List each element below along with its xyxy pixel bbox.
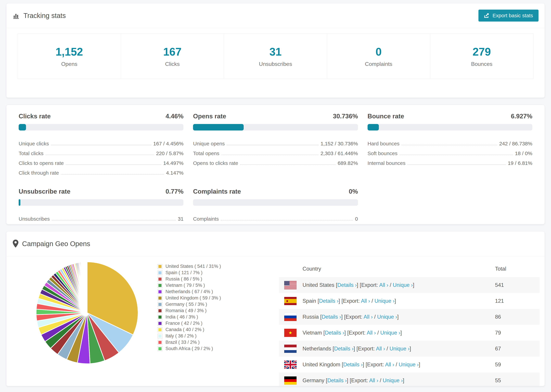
summary-stat-label: Unsubscribes bbox=[259, 61, 292, 67]
legend-item-south-africa[interactable]: South Africa ( 29 / 2% ) bbox=[158, 345, 221, 352]
country-cell: Spain [Details ›] [Export: All › / Uniqu… bbox=[303, 298, 495, 304]
export-unique-link[interactable]: Unique › bbox=[389, 346, 410, 352]
rate-stat-row: Opens to clicks rate689.82% bbox=[193, 160, 358, 166]
legend-item-united-states[interactable]: United States ( 541 / 31% ) bbox=[158, 263, 221, 270]
progress-bar-fill bbox=[19, 199, 20, 206]
legend-swatch bbox=[158, 334, 162, 338]
table-row-gb: United Kingdom [Details ›] [Export: All … bbox=[279, 357, 540, 372]
summary-stat-box: 0Complaints bbox=[327, 34, 430, 79]
legend-item-vietnam[interactable]: Vietnam ( 79 / 5% ) bbox=[158, 282, 221, 288]
summary-stat-box: 167Clicks bbox=[121, 34, 224, 79]
rate-stat-value: 4.147% bbox=[166, 170, 184, 176]
legend-item-india[interactable]: India ( 46 / 3% ) bbox=[158, 314, 221, 320]
details-link[interactable]: Details › bbox=[334, 346, 353, 352]
summary-stat-value: 31 bbox=[269, 45, 282, 58]
bar-chart-icon bbox=[13, 12, 20, 19]
dotted-leader bbox=[61, 174, 164, 175]
dotted-leader bbox=[66, 164, 161, 165]
flag-icon-de bbox=[284, 377, 297, 385]
legend-item-russia[interactable]: Russia ( 86 / 5% ) bbox=[158, 276, 221, 282]
export-all-link[interactable]: All › bbox=[364, 314, 373, 320]
rate-stat-value: 18 / 0% bbox=[515, 150, 532, 156]
legend-swatch bbox=[158, 289, 162, 294]
tracking-stats-header: Tracking stats Export basic stats bbox=[6, 3, 545, 28]
export-unique-link[interactable]: Unique › bbox=[399, 362, 419, 368]
rate-value: 0% bbox=[349, 188, 358, 195]
details-link[interactable]: Details › bbox=[327, 378, 347, 384]
progress-bar bbox=[19, 124, 184, 131]
dotted-leader bbox=[227, 145, 318, 145]
rate-stat-value: 1,152 / 30.736% bbox=[320, 140, 358, 147]
export-all-link[interactable]: All › bbox=[385, 362, 394, 368]
export-unique-link[interactable]: Unique › bbox=[393, 282, 413, 288]
details-link[interactable]: Details › bbox=[322, 314, 341, 320]
rate-stat-label: Click through rate bbox=[19, 170, 59, 176]
dotted-leader bbox=[407, 164, 506, 165]
pie-slice-other[interactable] bbox=[87, 262, 87, 313]
legend-item-france[interactable]: France ( 42 / 2% ) bbox=[158, 320, 221, 327]
legend-label: Italy ( 36 / 2% ) bbox=[165, 333, 197, 339]
export-all-link[interactable]: All › bbox=[367, 330, 376, 336]
legend-swatch bbox=[158, 296, 162, 301]
legend-label: France ( 42 / 2% ) bbox=[165, 321, 202, 326]
details-link[interactable]: Details › bbox=[337, 282, 357, 288]
rate-value: 30.736% bbox=[333, 113, 358, 120]
table-row-us: United States [Details ›] [Export: All ›… bbox=[279, 277, 540, 293]
legend-item-canada[interactable]: Canada ( 40 / 2% ) bbox=[158, 327, 221, 333]
legend-swatch bbox=[158, 346, 162, 351]
details-link[interactable]: Details › bbox=[319, 298, 339, 304]
legend-swatch bbox=[158, 340, 162, 345]
export-all-link[interactable]: All › bbox=[361, 298, 370, 304]
legend-swatch bbox=[158, 321, 162, 326]
legend-item-netherlands[interactable]: Netherlands ( 67 / 4% ) bbox=[158, 288, 221, 295]
legend-item-germany[interactable]: Germany ( 55 / 3% ) bbox=[158, 301, 221, 308]
rate-stat-row: Unique opens1,152 / 30.736% bbox=[193, 140, 358, 147]
export-unique-link[interactable]: Unique › bbox=[374, 298, 395, 304]
export-button-label: Export basic stats bbox=[493, 13, 533, 19]
legend-label: Romania ( 49 / 3% ) bbox=[165, 308, 206, 313]
legend-item-spain[interactable]: Spain ( 121 / 7% ) bbox=[158, 270, 221, 276]
progress-bar bbox=[193, 199, 358, 206]
rates-row-1: Clicks rate4.46%Unique clicks167 / 4.456… bbox=[19, 113, 532, 179]
export-unique-link[interactable]: Unique › bbox=[377, 314, 397, 320]
legend-swatch bbox=[158, 277, 162, 281]
export-unique-link[interactable]: Unique › bbox=[383, 378, 403, 384]
progress-bar bbox=[19, 199, 184, 206]
rate-panel-opens-rate: Opens rate30.736%Unique opens1,152 / 30.… bbox=[193, 113, 358, 179]
table-row-nl: Netherlands [Details ›] [Export: All › /… bbox=[279, 341, 540, 357]
export-icon bbox=[484, 13, 490, 19]
legend-swatch bbox=[158, 283, 162, 288]
rate-stat-value: 31 bbox=[178, 216, 184, 222]
details-link[interactable]: Details › bbox=[343, 362, 363, 368]
flag-icon-vn bbox=[284, 329, 297, 337]
legend-item-italy[interactable]: Italy ( 36 / 2% ) bbox=[158, 333, 221, 339]
summary-stat-value: 1,152 bbox=[56, 45, 83, 58]
export-all-link[interactable]: All › bbox=[379, 282, 388, 288]
export-all-link[interactable]: All › bbox=[369, 378, 378, 384]
rate-stat-value: 167 / 4.456% bbox=[153, 140, 184, 147]
legend-item-united-kingdom[interactable]: United Kingdom ( 59 / 3% ) bbox=[158, 295, 221, 301]
legend-item-romania[interactable]: Romania ( 49 / 3% ) bbox=[158, 308, 221, 314]
rate-stat-label: Total opens bbox=[193, 150, 219, 156]
legend-label: Brazil ( 33 / 2% ) bbox=[165, 340, 200, 345]
rate-stat-row: Unique clicks167 / 4.456% bbox=[19, 140, 184, 147]
rates-card: Clicks rate4.46%Unique clicks167 / 4.456… bbox=[6, 105, 545, 224]
flag-icon-gb bbox=[284, 361, 297, 369]
export-all-link[interactable]: All › bbox=[376, 346, 385, 352]
geo-table-header-row: Country Total bbox=[279, 260, 540, 277]
dotted-leader bbox=[400, 155, 513, 155]
legend-item-brazil[interactable]: Brazil ( 33 / 2% ) bbox=[158, 339, 221, 345]
rate-stat-value: 2,303 / 61.446% bbox=[320, 150, 358, 156]
rate-stat-label: Complaints bbox=[193, 216, 219, 222]
export-unique-link[interactable]: Unique › bbox=[380, 330, 400, 336]
rate-stat-value: 19 / 6.81% bbox=[508, 160, 532, 166]
summary-stat-label: Opens bbox=[61, 61, 77, 67]
table-row-es: Spain [Details ›] [Export: All › / Uniqu… bbox=[279, 293, 540, 309]
legend-label: Germany ( 55 / 3% ) bbox=[165, 302, 207, 307]
rate-stat-label: Unique opens bbox=[193, 140, 225, 147]
export-basic-stats-button[interactable]: Export basic stats bbox=[479, 10, 538, 21]
legend-swatch bbox=[158, 308, 162, 313]
details-link[interactable]: Details › bbox=[325, 330, 344, 336]
progress-bar-fill bbox=[367, 124, 379, 131]
dotted-leader bbox=[240, 164, 336, 165]
